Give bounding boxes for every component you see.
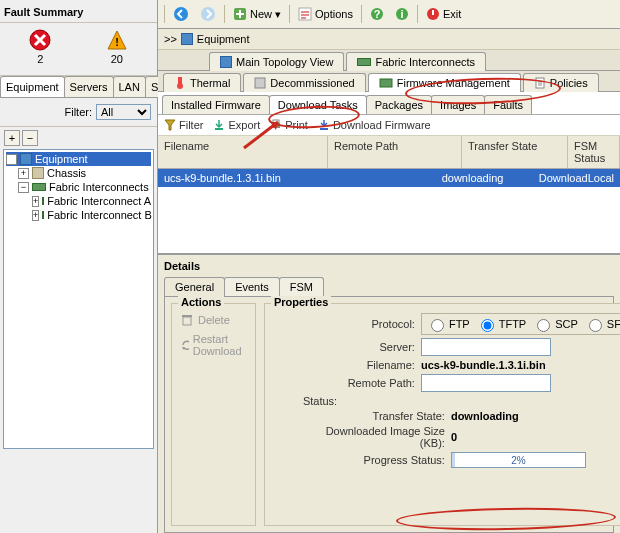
- tab-decommissioned[interactable]: Decommissioned: [243, 73, 365, 92]
- remote-path-field[interactable]: [421, 374, 551, 392]
- details-tab-general[interactable]: General: [164, 277, 225, 296]
- col-fsm-status[interactable]: FSM Status: [568, 136, 620, 168]
- filter-select[interactable]: All: [96, 104, 151, 120]
- tree-expander[interactable]: −: [6, 154, 17, 165]
- nav-fwd-button[interactable]: [197, 4, 219, 24]
- tree-fi[interactable]: Fabric Interconnects: [49, 181, 149, 193]
- warning-count: 20: [111, 53, 123, 65]
- tab-policies[interactable]: Policies: [523, 73, 599, 92]
- tree-fia[interactable]: Fabric Interconnect A (: [47, 195, 154, 207]
- options-button[interactable]: Options: [295, 5, 356, 23]
- tab-servers[interactable]: Servers: [64, 76, 114, 97]
- help-button[interactable]: ?: [367, 5, 387, 23]
- tab-thermal[interactable]: Thermal: [163, 73, 241, 92]
- dl-size-label: Downloaded Image Size (KB):: [303, 425, 451, 449]
- tab-main-topology[interactable]: Main Topology View: [209, 52, 344, 71]
- equipment-icon: [181, 33, 193, 45]
- options-button-label: Options: [315, 8, 353, 20]
- download-tasks-table: Filename Remote Path Transfer State FSM …: [158, 136, 620, 255]
- subtab-faults[interactable]: Faults: [484, 95, 532, 114]
- tree-expander[interactable]: +: [32, 196, 39, 207]
- radio-label: SCP: [555, 318, 578, 330]
- svg-rect-24: [182, 315, 192, 317]
- actions-group-title: Actions: [178, 296, 224, 308]
- subtab-download-tasks[interactable]: Download Tasks: [269, 95, 367, 114]
- details-tab-fsm[interactable]: FSM: [279, 277, 324, 296]
- remote-path-label: Remote Path:: [273, 377, 421, 389]
- restart-download-action: Restart Download: [180, 330, 247, 360]
- tree-fib[interactable]: Fabric Interconnect B (: [47, 209, 154, 221]
- tab-lan[interactable]: LAN: [113, 76, 146, 97]
- cell-fsm: DownloadLocal: [533, 169, 620, 187]
- trash-icon: [180, 313, 194, 327]
- fabric-interconnect-icon: [42, 197, 44, 205]
- tree-root[interactable]: Equipment: [35, 153, 88, 165]
- protocol-radios[interactable]: FTP TFTP SCP SFTP: [421, 313, 620, 335]
- new-button[interactable]: New ▾: [230, 5, 284, 23]
- info-button[interactable]: i: [392, 5, 412, 23]
- tab-label: Firmware Management: [397, 77, 510, 89]
- dl-size-value: 0: [451, 431, 457, 443]
- warning-icon: !: [106, 29, 128, 51]
- nav-back-button[interactable]: [170, 4, 192, 24]
- protocol-tftp[interactable]: [481, 319, 494, 332]
- svg-point-4: [201, 7, 215, 21]
- export-button[interactable]: Export: [213, 119, 260, 131]
- print-button[interactable]: Print: [270, 119, 308, 131]
- svg-rect-23: [183, 317, 191, 325]
- collapse-all-button[interactable]: −: [22, 130, 38, 146]
- delete-action: Delete: [180, 310, 247, 330]
- col-remote-path[interactable]: Remote Path: [328, 136, 462, 168]
- protocol-ftp[interactable]: [431, 319, 444, 332]
- fabric-interconnect-icon: [357, 58, 371, 66]
- table-row[interactable]: ucs-k9-bundle.1.3.1i.bin downloading Dow…: [158, 169, 620, 187]
- protocol-scp[interactable]: [537, 319, 550, 332]
- protocol-label: Protocol:: [273, 318, 421, 330]
- server-label: Server:: [273, 341, 421, 353]
- breadcrumb-equipment[interactable]: Equipment: [197, 33, 250, 45]
- subtab-images[interactable]: Images: [431, 95, 485, 114]
- tree-chassis[interactable]: Chassis: [47, 167, 86, 179]
- tree-expander[interactable]: −: [18, 182, 29, 193]
- transfer-state-value: downloading: [451, 410, 519, 422]
- tree-expander[interactable]: +: [18, 168, 29, 179]
- filter-button[interactable]: Filter: [164, 119, 203, 131]
- tab-label: Thermal: [190, 77, 230, 89]
- col-filename[interactable]: Filename: [158, 136, 328, 168]
- export-icon: [213, 119, 225, 131]
- cell-transfer: downloading: [436, 169, 533, 187]
- tab-equipment[interactable]: Equipment: [0, 76, 65, 97]
- tab-fabric-interconnects[interactable]: Fabric Interconnects: [346, 52, 486, 71]
- exit-button[interactable]: Exit: [423, 5, 464, 23]
- action-label: Restart Download: [193, 333, 247, 357]
- expand-all-button[interactable]: +: [4, 130, 20, 146]
- cell-remote: [313, 169, 436, 187]
- equipment-icon: [20, 153, 32, 165]
- tree-expander[interactable]: +: [32, 210, 39, 221]
- status-label: Status:: [273, 395, 343, 407]
- critical-count: 2: [37, 53, 43, 65]
- svg-point-14: [177, 83, 183, 89]
- tab-firmware-management[interactable]: Firmware Management: [368, 73, 521, 92]
- subtab-packages[interactable]: Packages: [366, 95, 432, 114]
- print-icon: [270, 119, 282, 131]
- details-tab-events[interactable]: Events: [224, 277, 280, 296]
- col-transfer-state[interactable]: Transfer State: [462, 136, 568, 168]
- protocol-sftp[interactable]: [589, 319, 602, 332]
- progress-label: Progress Status:: [303, 454, 451, 466]
- svg-rect-16: [380, 79, 392, 87]
- svg-text:!: !: [115, 36, 119, 48]
- server-field[interactable]: [421, 338, 551, 356]
- properties-group-title: Properties: [271, 296, 331, 308]
- subtab-installed-firmware[interactable]: Installed Firmware: [162, 95, 270, 114]
- download-firmware-button[interactable]: Download Firmware: [318, 119, 431, 131]
- equipment-tree[interactable]: − Equipment + Chassis − Fabric Interconn…: [3, 149, 154, 449]
- tab-label: Fabric Interconnects: [375, 56, 475, 68]
- download-icon: [318, 119, 330, 131]
- svg-rect-15: [255, 78, 265, 88]
- cell-filename: ucs-k9-bundle.1.3.1i.bin: [158, 169, 313, 187]
- exit-button-label: Exit: [443, 8, 461, 20]
- svg-marker-18: [165, 120, 175, 130]
- fault-summary-row: 2 ! 20: [0, 23, 157, 76]
- critical-icon: [29, 29, 51, 51]
